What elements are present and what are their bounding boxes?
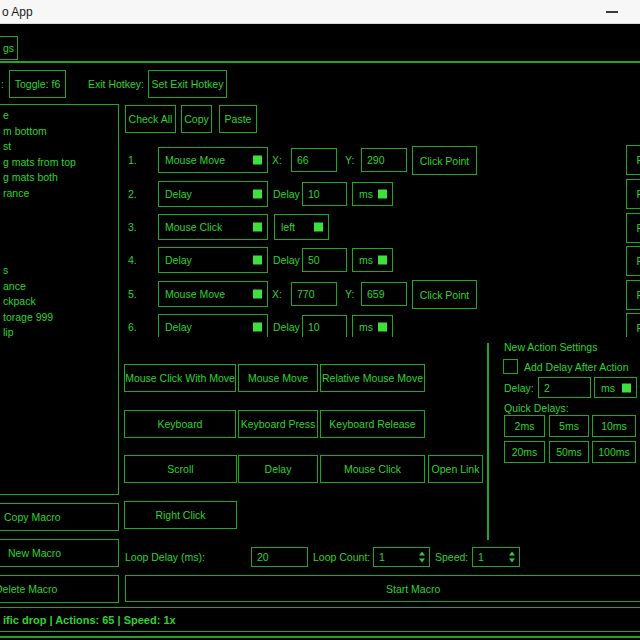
quick-delay-button[interactable]: 5ms <box>549 415 589 437</box>
action-type-dropdown[interactable]: Mouse Move <box>158 281 268 307</box>
remove-button[interactable]: Remove <box>626 145 640 175</box>
action-index-label: 5. <box>128 288 137 300</box>
remove-button[interactable]: Remove <box>626 280 640 310</box>
actions-viewport[interactable]: Check All Copy Paste 1. Mouse Move X: 66… <box>0 104 640 337</box>
new-macro-button[interactable]: New Macro <box>0 539 119 567</box>
delay-input[interactable]: 50 <box>302 248 347 272</box>
spinner-down-icon[interactable] <box>419 559 425 563</box>
add-delay-checkbox[interactable] <box>503 359 518 374</box>
remove-button[interactable]: Remove <box>626 246 640 276</box>
tab-settings[interactable]: gs <box>0 36 18 60</box>
dropdown-indicator-icon <box>622 383 631 392</box>
dropdown-indicator-icon <box>378 256 387 265</box>
spinner-up-icon[interactable] <box>509 552 515 556</box>
set-exit-hotkey-button[interactable]: Set Exit Hotkey <box>148 70 227 98</box>
action-type-dropdown[interactable]: Mouse Move <box>158 147 268 173</box>
ms-dropdown[interactable]: ms <box>594 377 637 398</box>
y-label: Y: <box>345 154 354 166</box>
action-button-open-link[interactable]: Open Link <box>428 455 483 483</box>
dropdown-indicator-icon <box>378 323 387 332</box>
quick-delay-button[interactable]: 100ms <box>592 441 636 463</box>
speed-spinner[interactable]: 1 <box>472 547 520 567</box>
copy-macro-button[interactable]: Copy Macro <box>0 503 119 531</box>
action-type-dropdown[interactable]: Delay <box>158 181 268 207</box>
delay-input[interactable]: 10 <box>302 182 347 206</box>
dropdown-indicator-icon <box>378 190 387 199</box>
title-bar: o App <box>0 0 640 24</box>
minimize-icon[interactable] <box>606 11 618 13</box>
dropdown-indicator-icon <box>253 290 262 299</box>
hotkey-label-fragment: : <box>1 78 4 90</box>
remove-button[interactable]: Remove <box>626 313 640 337</box>
paste-button[interactable]: Paste <box>219 105 257 133</box>
action-button-right-click[interactable]: Right Click <box>124 501 237 529</box>
action-button-mouse-click[interactable]: Mouse Click <box>320 455 425 483</box>
window-title: o App <box>0 5 33 19</box>
toggle-hotkey-button[interactable]: Toggle: f6 <box>9 70 66 98</box>
spinner-up-icon[interactable] <box>419 552 425 556</box>
click-point-button[interactable]: Click Point <box>412 280 477 309</box>
y-input[interactable]: 659 <box>361 282 407 306</box>
quick-delay-button[interactable]: 20ms <box>504 441 545 463</box>
delay-input[interactable]: 10 <box>302 315 347 337</box>
remove-button[interactable]: Remove <box>626 179 640 209</box>
app-window: o App gs : Toggle: f6 Exit Hotkey: Set E… <box>0 0 640 640</box>
dropdown-indicator-icon <box>253 223 262 232</box>
action-button-keyboard-press[interactable]: Keyboard Press <box>238 410 318 438</box>
settings-separator-line <box>487 343 489 540</box>
tab-pane-border <box>0 61 640 63</box>
action-index-label: 4. <box>128 254 137 266</box>
loop-count-label: Loop Count: <box>313 551 370 563</box>
delay-input[interactable]: 2 <box>538 377 591 398</box>
y-input[interactable]: 290 <box>361 148 407 172</box>
speed-label: Speed: <box>435 551 468 563</box>
action-button-relative-mouse-move[interactable]: Relative Mouse Move <box>320 364 425 392</box>
quick-delay-button[interactable]: 2ms <box>504 415 545 437</box>
loop-delay-input[interactable]: 20 <box>251 547 308 567</box>
action-button-scroll[interactable]: Scroll <box>124 455 237 483</box>
x-label: X: <box>272 154 282 166</box>
bottom-edge-line <box>0 636 640 638</box>
delay-label: Delay <box>273 188 300 200</box>
mouse-button-dropdown[interactable]: left <box>274 214 329 240</box>
action-type-dropdown[interactable]: Delay <box>158 314 268 337</box>
x-label: X: <box>272 288 282 300</box>
action-button-mouse-move[interactable]: Mouse Move <box>238 364 318 392</box>
status-text: ific drop | Actions: 65 | Speed: 1x <box>3 614 176 626</box>
dropdown-indicator-icon <box>253 323 262 332</box>
y-label: Y: <box>345 288 354 300</box>
loop-count-spinner[interactable]: 1 <box>373 547 430 567</box>
x-input[interactable]: 66 <box>291 148 337 172</box>
start-macro-button[interactable]: Start Macro <box>125 575 640 602</box>
ms-dropdown[interactable]: ms <box>352 182 393 206</box>
action-button-keyboard[interactable]: Keyboard <box>124 410 236 438</box>
quick-delays-label: Quick Delays: <box>504 402 569 414</box>
quick-delay-button[interactable]: 10ms <box>592 415 636 437</box>
delay-label: Delay <box>273 254 300 266</box>
copy-button[interactable]: Copy <box>181 105 212 133</box>
delete-macro-button[interactable]: Delete Macro <box>0 575 119 603</box>
dropdown-indicator-icon <box>253 190 262 199</box>
remove-button[interactable]: Remove <box>626 213 640 243</box>
ms-dropdown[interactable]: ms <box>352 248 393 272</box>
exit-hotkey-label: Exit Hotkey: <box>88 78 144 90</box>
action-button-delay[interactable]: Delay <box>238 455 318 483</box>
loop-delay-label: Loop Delay (ms): <box>125 551 205 563</box>
dropdown-indicator-icon <box>253 256 262 265</box>
status-bar: ific drop | Actions: 65 | Speed: 1x <box>0 607 640 632</box>
spinner-down-icon[interactable] <box>509 559 515 563</box>
x-input[interactable]: 770 <box>291 282 337 306</box>
ms-dropdown[interactable]: ms <box>352 315 393 337</box>
action-type-dropdown[interactable]: Mouse Click <box>158 214 268 240</box>
action-button-keyboard-release[interactable]: Keyboard Release <box>320 410 425 438</box>
dropdown-indicator-icon <box>253 156 262 165</box>
check-all-button[interactable]: Check All <box>125 105 176 133</box>
action-button-mouse-click-with-move[interactable]: Mouse Click With Move <box>124 364 236 392</box>
quick-delay-button[interactable]: 50ms <box>549 441 589 463</box>
action-type-dropdown[interactable]: Delay <box>158 247 268 273</box>
click-point-button[interactable]: Click Point <box>412 146 477 175</box>
action-index-label: 3. <box>128 221 137 233</box>
new-action-settings-title: New Action Settings <box>504 341 597 353</box>
action-index-label: 2. <box>128 188 137 200</box>
add-delay-label: Add Delay After Action <box>524 361 628 373</box>
